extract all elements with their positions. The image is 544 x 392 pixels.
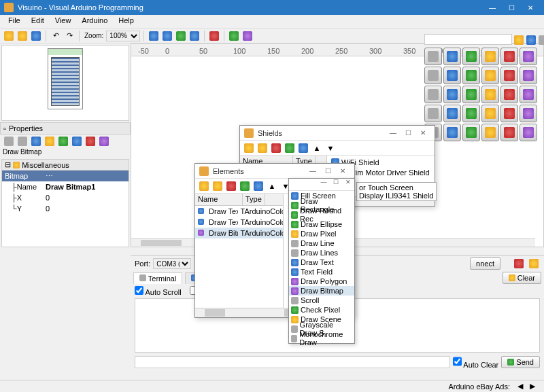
palette-item-29[interactable]: [520, 124, 537, 141]
palette-item-27[interactable]: [481, 124, 499, 141]
ads-prev-icon[interactable]: ◀: [514, 380, 526, 393]
tool-x-icon[interactable]: [513, 257, 525, 270]
prop-btn-3[interactable]: [30, 135, 42, 147]
palette-item-6[interactable]: [424, 67, 442, 84]
palette-item-13[interactable]: [443, 86, 461, 103]
menu-help[interactable]: Help: [113, 15, 139, 28]
palette-item-12[interactable]: [424, 86, 442, 103]
ctx-item-draw-round-rec[interactable]: Draw Round Rec: [289, 210, 354, 219]
elements-list[interactable]: NameType Draw Text1TArduinoColo Draw Tex…: [195, 194, 284, 308]
arduino-board-thumb[interactable]: [48, 48, 83, 109]
palette-item-19[interactable]: [443, 105, 461, 122]
palette-item-16[interactable]: [500, 86, 518, 103]
ads-next-icon[interactable]: ▶: [526, 380, 539, 393]
connect-button[interactable]: nnect: [470, 257, 500, 270]
minimize-button[interactable]: —: [483, 0, 502, 15]
shields-min-icon[interactable]: —: [386, 129, 401, 137]
shields-down-icon[interactable]: ▼: [324, 142, 337, 154]
palette-item-21[interactable]: [481, 105, 499, 122]
prop-x-val[interactable]: 0: [46, 194, 129, 202]
elements-hscroll[interactable]: [195, 308, 275, 317]
shields-tb-5[interactable]: [297, 142, 309, 154]
ctx-item-draw-pixel[interactable]: Draw Pixel: [289, 229, 354, 238]
shields-close-icon[interactable]: ✕: [415, 129, 430, 137]
prop-bitmap-val[interactable]: ⋯: [46, 172, 129, 181]
menu-view[interactable]: View: [50, 15, 77, 28]
palette-item-1[interactable]: [443, 48, 461, 65]
palette-item-18[interactable]: [424, 105, 442, 122]
elements-max-icon[interactable]: ☐: [320, 167, 335, 175]
prop-btn-5[interactable]: [57, 135, 69, 147]
shields-tb-2[interactable]: [256, 142, 269, 154]
ctx-close-icon[interactable]: ✕: [342, 179, 354, 190]
misc-group[interactable]: Miscellaneous: [22, 161, 69, 169]
palette-item-22[interactable]: [500, 105, 518, 122]
elements-min-icon[interactable]: —: [305, 167, 320, 175]
tree-expand-icon[interactable]: ⊟: [5, 160, 11, 169]
prop-bitmap-key[interactable]: Bitmap: [5, 172, 46, 180]
palette-item-28[interactable]: [500, 124, 518, 141]
palette-item-23[interactable]: [520, 105, 537, 122]
ctx-item-scroll[interactable]: Scroll: [289, 296, 354, 305]
maximize-button[interactable]: ☐: [502, 0, 521, 15]
send-input[interactable]: [135, 356, 450, 368]
prop-btn-1[interactable]: [3, 135, 15, 147]
palette-search-input[interactable]: [424, 34, 512, 45]
tool-gear-icon[interactable]: [528, 257, 540, 270]
menu-arduino[interactable]: Arduino: [76, 15, 113, 28]
port-select[interactable]: COM3 (L: [153, 258, 191, 269]
prop-btn-6[interactable]: [71, 135, 83, 147]
palette-item-20[interactable]: [462, 105, 480, 122]
shields-up-icon[interactable]: ▲: [311, 142, 323, 154]
menu-edit[interactable]: Edit: [26, 15, 50, 28]
ctx-item-draw-polygon[interactable]: Draw Polygon: [289, 277, 354, 286]
zoom-in-icon[interactable]: [148, 30, 160, 42]
palette-filter-icon[interactable]: [513, 34, 524, 46]
ctx-item-draw-bitmap[interactable]: Draw Bitmap: [289, 286, 354, 296]
elements-tb-2[interactable]: [211, 180, 224, 192]
board-icon[interactable]: [241, 30, 254, 42]
shields-tb-4[interactable]: [284, 142, 296, 154]
ctx-item-check-pixel[interactable]: Check Pixel: [289, 305, 354, 315]
palette-item-5[interactable]: [520, 48, 537, 65]
palette-item-0[interactable]: [424, 48, 442, 65]
ctx-max-icon[interactable]: ☐: [330, 179, 342, 190]
prop-btn-4[interactable]: [44, 135, 56, 147]
palette-item-9[interactable]: [481, 67, 499, 84]
palette-item-10[interactable]: [500, 67, 518, 84]
ctx-item-draw-lines[interactable]: Draw Lines: [289, 248, 354, 257]
prop-btn-8[interactable]: [98, 135, 110, 147]
palette-sort-icon[interactable]: [526, 34, 537, 46]
tab-terminal[interactable]: Terminal: [133, 272, 182, 284]
zoom-select[interactable]: 100%: [106, 31, 140, 41]
save-button[interactable]: [30, 30, 42, 42]
palette-item-3[interactable]: [481, 48, 499, 65]
palette-item-14[interactable]: [462, 86, 480, 103]
undo-button[interactable]: ↶: [50, 30, 62, 42]
elements-tb-5[interactable]: [252, 180, 265, 192]
new-button[interactable]: [3, 30, 15, 42]
prop-y-val[interactable]: 0: [46, 204, 129, 213]
delete-icon[interactable]: [208, 30, 220, 42]
clear-button[interactable]: Clear: [503, 272, 541, 284]
menu-file[interactable]: File: [3, 15, 26, 28]
elements-close-icon[interactable]: ✕: [335, 167, 350, 175]
ctx-item-draw-line[interactable]: Draw Line: [289, 238, 354, 248]
zoom-out-icon[interactable]: [161, 30, 173, 42]
shields-tb-3[interactable]: [270, 142, 282, 154]
palette-item-11[interactable]: [520, 67, 537, 84]
draw-elements-menu[interactable]: — ☐ ✕ Fill ScreenDraw RectangleDraw Roun…: [288, 178, 355, 344]
ctx-min-icon[interactable]: —: [318, 179, 330, 190]
send-button[interactable]: Send: [501, 356, 540, 368]
elements-tb-3[interactable]: [225, 180, 237, 192]
ctx-item-monochrome-draw[interactable]: Monochrome Draw: [289, 334, 354, 343]
elements-tb-1[interactable]: [198, 180, 210, 192]
elements-up-icon[interactable]: ▲: [266, 180, 278, 192]
ctx-item-draw-text[interactable]: Draw Text: [289, 257, 354, 267]
palette-view-icon[interactable]: [538, 34, 544, 46]
elements-tb-4[interactable]: [239, 180, 251, 192]
refresh-icon[interactable]: [188, 30, 201, 42]
prop-btn-7[interactable]: [84, 135, 97, 147]
prop-name-val[interactable]: Draw Bitmap1: [46, 183, 129, 191]
properties-tree[interactable]: ⊟ Miscellaneous Bitmap⋯ ├NameDraw Bitmap…: [1, 159, 129, 247]
